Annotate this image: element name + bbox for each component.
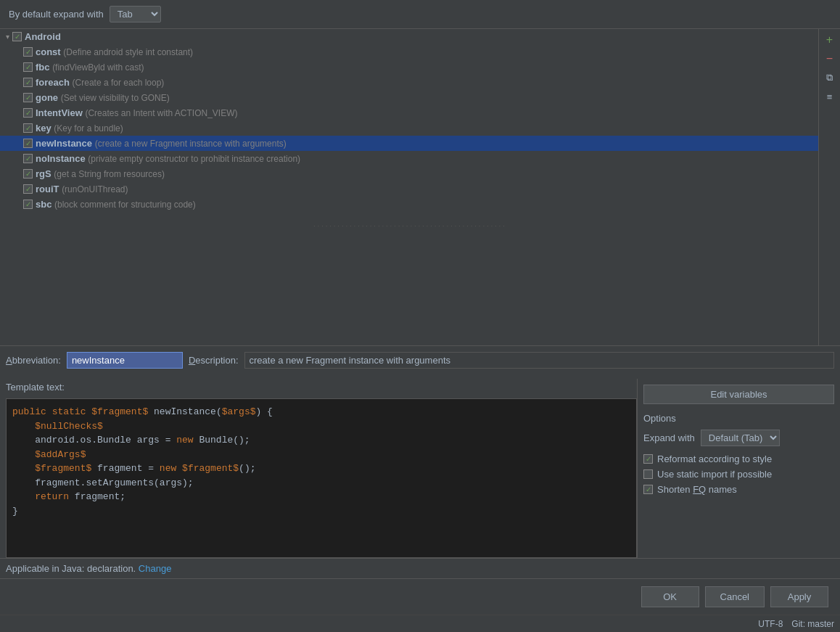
content-area: ▾ Android const (Define android style in… (0, 29, 840, 578)
item-text: foreach (Create a for each loop) (36, 77, 164, 88)
shorten-fq-row: Shorten FQ names (643, 484, 834, 495)
item-checkbox[interactable] (23, 62, 33, 72)
applicable-text: Applicable in Java: declaration. (6, 563, 139, 574)
reformat-checkbox[interactable] (643, 454, 653, 464)
item-checkbox[interactable] (23, 78, 33, 87)
description-label: Description: (189, 355, 239, 366)
group-arrow: ▾ (6, 33, 9, 41)
static-import-checkbox[interactable] (643, 469, 653, 479)
tree-group-android[interactable]: ▾ Android (0, 29, 818, 44)
tree-sidebar: + − ⧉ ≡ (818, 29, 840, 345)
template-options-section: Template text: public static $fragment$ … (0, 379, 840, 558)
template-tree: ▾ Android const (Define android style in… (0, 29, 818, 345)
tree-item[interactable]: IntentView (Creates an Intent with ACTIO… (0, 105, 818, 120)
template-label: Template text: (6, 379, 637, 395)
copy-button[interactable]: ⧉ (822, 70, 838, 86)
tree-item[interactable]: fbc (findViewByld with cast) (0, 59, 818, 75)
expand-default-label: By default expand with (9, 9, 104, 20)
applicable-bar: Applicable in Java: declaration. Change (0, 558, 840, 578)
encoding-status: UTF-8 (758, 619, 783, 629)
shorten-fq-label: Shorten FQ names (657, 484, 737, 495)
item-checkbox[interactable] (23, 93, 33, 102)
item-text: gone (Set view visibility to GONE) (36, 92, 170, 103)
item-checkbox[interactable] (23, 200, 33, 209)
vcs-status: Git: master (791, 619, 834, 629)
move-button[interactable]: ≡ (822, 89, 838, 104)
change-link[interactable]: Change (139, 563, 172, 574)
item-checkbox[interactable] (23, 108, 33, 118)
ok-button[interactable]: OK (641, 586, 699, 607)
item-text: IntentView (Creates an Intent with ACTIO… (36, 107, 237, 118)
group-checkbox[interactable] (12, 32, 22, 41)
edit-variables-button[interactable]: Edit variables (643, 385, 834, 404)
item-checkbox[interactable] (23, 47, 33, 57)
expand-with-select[interactable]: Default (Tab) Tab Enter (701, 430, 780, 446)
item-checkbox[interactable] (23, 123, 33, 133)
add-button[interactable]: + (822, 32, 838, 48)
abbreviation-input[interactable] (67, 352, 183, 369)
shorten-fq-checkbox[interactable] (643, 485, 653, 494)
code-editor[interactable]: public static $fragment$ newInstance($ar… (6, 398, 637, 558)
item-text: key (Key for a bundle) (36, 123, 123, 134)
reformat-row: Reformat according to style (643, 454, 834, 464)
item-text: const (Define android style int constant… (36, 46, 193, 57)
expand-with-label: Expand with (643, 432, 695, 443)
item-checkbox[interactable] (23, 139, 33, 148)
tree-item[interactable]: foreach (Create a for each loop) (0, 75, 818, 90)
reformat-label: Reformat according to style (657, 454, 772, 464)
item-text: rgS (get a String from resources) (36, 168, 165, 179)
description-input[interactable] (244, 352, 834, 369)
abbreviation-label: Abbreviation: (6, 355, 61, 366)
tree-item[interactable]: const (Define android style int constant… (0, 44, 818, 59)
status-bar: UTF-8 Git: master (0, 615, 840, 632)
options-panel: Edit variables Options Expand with Defau… (637, 379, 840, 558)
static-import-label: Use static import if possible (657, 469, 772, 480)
cancel-button[interactable]: Cancel (705, 586, 765, 607)
item-text: rouiT (runOnUIThread) (36, 184, 128, 194)
item-checkbox[interactable] (23, 169, 33, 178)
expand-default-select[interactable]: Tab Enter Space (110, 6, 161, 22)
top-bar: By default expand with Tab Enter Space (0, 0, 840, 29)
item-text: fbc (findViewByld with cast) (36, 62, 144, 73)
tree-item[interactable]: rgS (get a String from resources) (0, 166, 818, 181)
tree-item[interactable]: gone (Set view visibility to GONE) (0, 90, 818, 105)
item-checkbox[interactable] (23, 184, 33, 194)
fields-area: Abbreviation: Description: (0, 345, 840, 379)
abbreviation-row: Abbreviation: Description: (6, 352, 834, 369)
group-label: Android (25, 31, 61, 42)
item-checkbox[interactable] (23, 154, 33, 163)
tree-item[interactable]: rouiT (runOnUIThread) (0, 181, 818, 197)
item-text: noInstance (private empty constructor to… (36, 153, 300, 164)
options-title: Options (643, 413, 834, 424)
tree-item[interactable]: key (Key for a bundle) (0, 120, 818, 136)
tree-item[interactable]: noInstance (private empty constructor to… (0, 151, 818, 166)
item-text: newInstance (create a new Fragment insta… (36, 138, 287, 149)
static-import-row: Use static import if possible (643, 469, 834, 480)
tree-item-new-instance[interactable]: newInstance (create a new Fragment insta… (0, 136, 818, 151)
tree-item[interactable]: sbc (block comment for structuring code) (0, 197, 818, 212)
bottom-bar: OK Cancel Apply (0, 578, 840, 615)
item-text: sbc (block comment for structuring code) (36, 199, 196, 210)
expand-with-row: Expand with Default (Tab) Tab Enter (643, 430, 834, 446)
remove-button[interactable]: − (822, 51, 838, 67)
apply-button[interactable]: Apply (770, 586, 828, 607)
